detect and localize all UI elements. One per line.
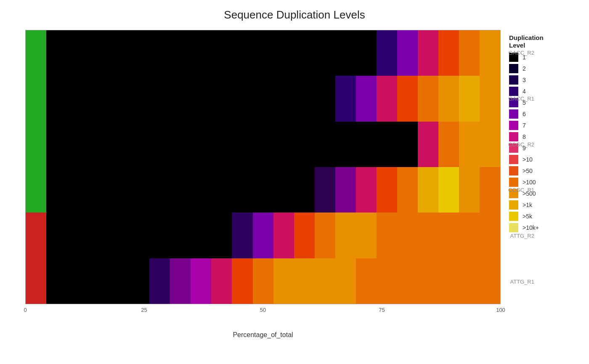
heatmap-row bbox=[26, 258, 500, 304]
heatmap-cell bbox=[170, 167, 191, 213]
heatmap-cell bbox=[273, 76, 294, 121]
heatmap-cell bbox=[108, 30, 129, 76]
heatmap-cell bbox=[253, 167, 273, 213]
heatmap-cell bbox=[459, 167, 480, 213]
heatmap-cell bbox=[418, 213, 438, 258]
legend-swatch bbox=[509, 212, 518, 221]
heatmap-cell bbox=[129, 122, 149, 167]
x-tick: 0 bbox=[24, 307, 27, 313]
heatmap-cell bbox=[253, 213, 273, 258]
heatmap-cell bbox=[26, 122, 46, 167]
heatmap-row bbox=[26, 76, 500, 121]
heatmap-cell bbox=[315, 122, 335, 167]
legend-label: 4 bbox=[523, 88, 526, 95]
heatmap-cell bbox=[67, 213, 88, 258]
heatmap-cell bbox=[438, 258, 459, 304]
heatmap-cell bbox=[46, 76, 67, 121]
heatmap-cell bbox=[46, 213, 67, 258]
heatmap-cell bbox=[67, 167, 88, 213]
legend-item: 6 bbox=[509, 109, 576, 119]
heatmap-cell bbox=[480, 167, 500, 213]
heatmap-cell bbox=[397, 122, 418, 167]
plot-area: 0255075100 Percentage_of_total GACC_R2GA… bbox=[25, 30, 501, 339]
heatmap-cell bbox=[459, 213, 480, 258]
chart-body: 0255075100 Percentage_of_total GACC_R2GA… bbox=[0, 30, 589, 339]
legend-label: >10 bbox=[523, 156, 533, 163]
heatmap-cell bbox=[356, 30, 377, 76]
heatmap-cell bbox=[335, 258, 356, 304]
heatmap-cell bbox=[294, 258, 315, 304]
heatmap-cell bbox=[67, 258, 88, 304]
heatmap-cell bbox=[418, 76, 438, 121]
heatmap-cell bbox=[211, 213, 232, 258]
heatmap-cell bbox=[108, 167, 129, 213]
heatmap-cell bbox=[46, 258, 67, 304]
heatmap-cell bbox=[26, 30, 46, 76]
heatmap-cell bbox=[129, 76, 149, 121]
heatmap-cell bbox=[26, 213, 46, 258]
heatmap-wrapper: 0255075100 Percentage_of_total GACC_R2GA… bbox=[25, 30, 501, 339]
heatmap-cell bbox=[356, 76, 377, 121]
row-label: CCGC_R2 bbox=[508, 141, 534, 147]
heatmap-cell bbox=[232, 258, 252, 304]
heatmap-cell bbox=[88, 258, 108, 304]
heatmap-cell bbox=[46, 30, 67, 76]
heatmap-cell bbox=[459, 122, 480, 167]
heatmap-cell bbox=[377, 122, 397, 167]
legend-label: >10k+ bbox=[523, 224, 539, 231]
legend-swatch bbox=[509, 178, 518, 187]
heatmap-cell bbox=[335, 213, 356, 258]
heatmap-cell bbox=[315, 76, 335, 121]
heatmap-cell bbox=[232, 122, 252, 167]
heatmap-cell bbox=[88, 76, 108, 121]
legend-swatch bbox=[509, 155, 518, 164]
heatmap-cell bbox=[273, 167, 294, 213]
heatmap-cell bbox=[253, 258, 273, 304]
legend-title: DuplicationLevel bbox=[509, 34, 576, 49]
heatmap-cell bbox=[418, 122, 438, 167]
heatmap-cell bbox=[88, 213, 108, 258]
heatmap-row bbox=[26, 167, 500, 213]
heatmap-cell bbox=[294, 213, 315, 258]
heatmap-cell bbox=[191, 213, 211, 258]
heatmap-cell bbox=[335, 30, 356, 76]
heatmap-cell bbox=[129, 30, 149, 76]
heatmap-cell bbox=[211, 258, 232, 304]
heatmap-cell bbox=[232, 213, 252, 258]
heatmap-cell bbox=[88, 122, 108, 167]
heatmap-cell bbox=[211, 76, 232, 121]
legend-label: 3 bbox=[523, 77, 526, 83]
heatmap-cell bbox=[273, 213, 294, 258]
legend-item: >10k+ bbox=[509, 223, 576, 232]
legend-swatch bbox=[509, 223, 518, 232]
heatmap-row bbox=[26, 30, 500, 76]
heatmap-cell bbox=[418, 167, 438, 213]
heatmap-cell bbox=[26, 258, 46, 304]
heatmap-cell bbox=[67, 122, 88, 167]
legend-label: 7 bbox=[523, 122, 526, 129]
heatmap-cell bbox=[459, 30, 480, 76]
heatmap-grid bbox=[25, 30, 501, 304]
row-label: CCGC_R1 bbox=[508, 187, 534, 193]
heatmap-cell bbox=[88, 167, 108, 213]
heatmap-cell bbox=[191, 167, 211, 213]
legend-item: >50 bbox=[509, 166, 576, 175]
heatmap-cell bbox=[459, 258, 480, 304]
legend-swatch bbox=[509, 166, 518, 175]
legend-label: 2 bbox=[523, 65, 526, 72]
heatmap-cell bbox=[170, 213, 191, 258]
heatmap-cell bbox=[480, 258, 500, 304]
heatmap-cell bbox=[170, 30, 191, 76]
legend-item: 8 bbox=[509, 132, 576, 141]
heatmap-cell bbox=[438, 213, 459, 258]
heatmap-cell bbox=[377, 167, 397, 213]
legend-label: 8 bbox=[523, 133, 526, 140]
heatmap-cell bbox=[170, 258, 191, 304]
legend-area: DuplicationLevel 1 2 3 4 5 6 7 8 9 >10 >… bbox=[501, 30, 576, 339]
heatmap-cell bbox=[232, 30, 252, 76]
heatmap-cell bbox=[88, 30, 108, 76]
heatmap-cell bbox=[67, 76, 88, 121]
legend-label: >50 bbox=[523, 167, 533, 174]
legend-item: 7 bbox=[509, 121, 576, 130]
heatmap-cell bbox=[191, 30, 211, 76]
